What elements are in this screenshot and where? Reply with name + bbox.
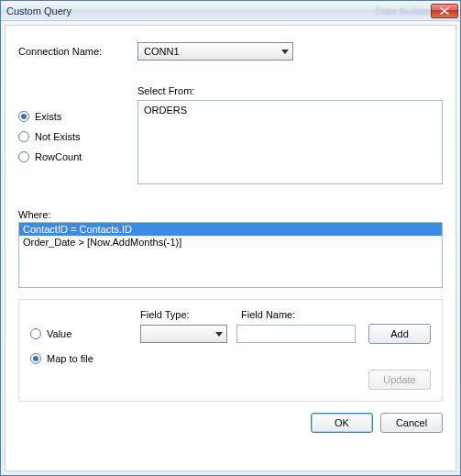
chevron-down-icon (215, 332, 223, 337)
dialog-footer: OK Cancel (18, 413, 443, 433)
field-type-select[interactable] (140, 325, 227, 343)
where-label: Where: (18, 209, 443, 220)
radio-icon (18, 111, 29, 122)
radio-icon (30, 353, 41, 364)
client-area: Connection Name: CONN1 Exists Not Exists (5, 25, 456, 471)
field-mapping-group: Field Type: Field Name: Value Add (18, 299, 443, 402)
spacer (30, 309, 140, 320)
title-bar[interactable]: Custom Query Data Builder (1, 1, 460, 21)
window-title: Custom Query (6, 6, 338, 17)
radio-icon (18, 151, 29, 162)
select-from-column: Select From: ORDERS (137, 85, 443, 184)
chevron-down-icon (281, 50, 289, 54)
value-row: Value Add (30, 324, 431, 344)
button-label: Cancel (396, 417, 427, 428)
radio-icon (18, 131, 29, 142)
where-item[interactable]: Order_Date > [Now.AddMonths(-1)] (19, 236, 442, 249)
mode-radio-group: Exists Not Exists RowCount (18, 85, 137, 184)
background-window-title: Data Builder (375, 6, 431, 17)
radio-value[interactable]: Value (30, 328, 71, 339)
maptofile-row: Map to file (30, 353, 431, 364)
radio-label: Value (47, 328, 71, 339)
select-from-label: Select From: (137, 85, 443, 96)
radio-label: Not Exists (35, 131, 81, 142)
select-from-input[interactable]: ORDERS (137, 100, 443, 184)
divider (18, 197, 443, 198)
where-item-text: Order_Date > [Now.AddMonths(-1)] (23, 237, 181, 248)
divider (18, 75, 443, 76)
connection-select[interactable]: CONN1 (137, 42, 293, 61)
field-headers: Field Type: Field Name: (30, 309, 431, 320)
radio-exists[interactable]: Exists (18, 111, 137, 122)
button-label: Update (383, 374, 415, 385)
field-name-input[interactable] (236, 325, 356, 343)
update-row: Update (30, 370, 431, 390)
radio-map-to-file[interactable]: Map to file (30, 353, 93, 364)
field-type-header: Field Type: (140, 309, 241, 320)
cancel-button[interactable]: Cancel (380, 413, 443, 433)
add-button[interactable]: Add (368, 324, 431, 344)
update-button: Update (368, 370, 431, 390)
button-label: Add (390, 328, 409, 339)
ok-button[interactable]: OK (311, 413, 373, 433)
close-icon (440, 7, 449, 15)
radio-label: RowCount (35, 151, 82, 162)
query-mode-section: Exists Not Exists RowCount Select From: … (18, 85, 443, 184)
connection-label: Connection Name: (18, 46, 137, 57)
close-button[interactable] (431, 4, 458, 18)
connection-row: Connection Name: CONN1 (18, 42, 443, 61)
connection-select-value: CONN1 (144, 46, 180, 57)
dialog-window: Custom Query Data Builder Connection Nam… (0, 0, 461, 476)
radio-icon (30, 328, 41, 339)
radio-not-exists[interactable]: Not Exists (18, 131, 137, 142)
where-item[interactable]: ContactID = Contacts.ID (19, 223, 442, 236)
radio-rowcount[interactable]: RowCount (18, 151, 137, 162)
where-item-text: ContactID = Contacts.ID (23, 224, 132, 235)
select-from-value: ORDERS (144, 105, 187, 116)
where-listbox[interactable]: ContactID = Contacts.ID Order_Date > [No… (18, 222, 443, 288)
radio-label: Map to file (47, 353, 93, 364)
radio-label: Exists (35, 111, 61, 122)
field-name-header: Field Name: (241, 309, 369, 320)
button-label: OK (335, 417, 349, 428)
